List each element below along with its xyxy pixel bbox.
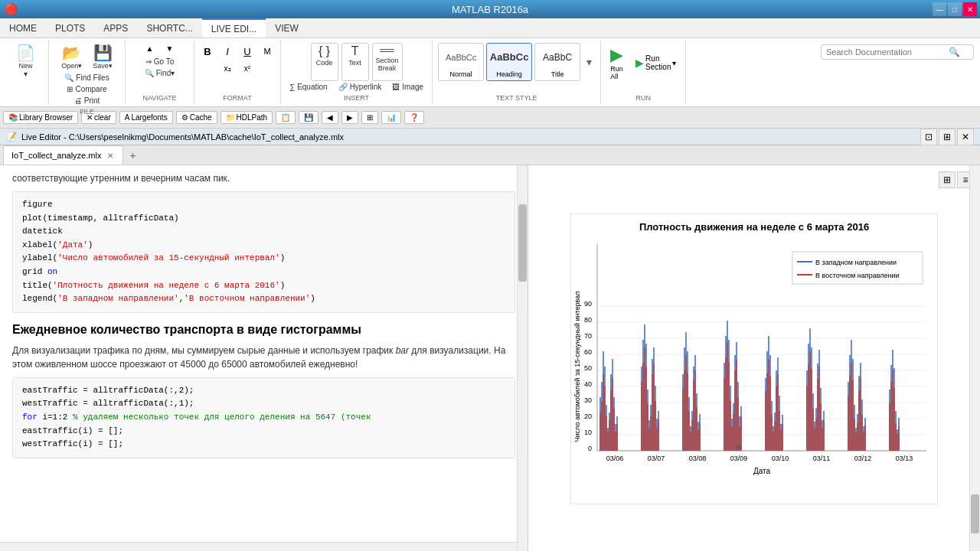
editor-scroll[interactable]: соответствующие утренним и вечерним часа…	[0, 165, 528, 551]
subscript-button[interactable]: x₂	[219, 60, 236, 77]
svg-text:03/12: 03/12	[854, 455, 872, 462]
extra-btn-2[interactable]: 💾	[299, 111, 318, 124]
close-button[interactable]: ✕	[963, 2, 977, 16]
close-pane-button[interactable]: ✕	[957, 129, 974, 145]
svg-text:50: 50	[584, 364, 592, 372]
tile-button[interactable]: ⊞	[939, 129, 956, 145]
svg-point-221	[737, 445, 741, 449]
insert-bottom: ∑ Equation 🔗 Hyperlink 🖼 Image	[286, 81, 427, 93]
menu-view[interactable]: VIEW	[266, 18, 308, 37]
code-line-8: legend('В западном направлении','В восто…	[22, 292, 505, 306]
section-break-icon: ══	[380, 45, 394, 55]
ribbon-group-insert: { } Code T Text ══ SectionBreak ∑ Equati…	[281, 40, 433, 105]
svg-rect-148	[766, 373, 768, 451]
underline-button[interactable]: U	[239, 43, 256, 60]
menu-shortcuts[interactable]: SHORTC...	[137, 18, 201, 37]
extra-btn-4[interactable]: ▶	[341, 111, 358, 124]
code-block-2[interactable]: eastTraffic = alltrafficData(:,2); westT…	[12, 377, 515, 458]
goto-button[interactable]: ⇒ Go To	[142, 56, 178, 67]
lib-browser-button[interactable]: 📚 Library Browser	[3, 111, 78, 124]
clear-label: clear	[94, 113, 111, 122]
svg-rect-105	[691, 420, 693, 451]
largefonts-button[interactable]: A Largefonts	[119, 111, 173, 124]
svg-text:0: 0	[588, 445, 592, 452]
save-button[interactable]: 💾 Save▾	[89, 43, 116, 72]
ribbon-group-text-style: AaBbCc Normal AaBbCc Heading AaBbC Title…	[433, 40, 601, 105]
minimize-button[interactable]: —	[933, 2, 946, 16]
svg-rect-75	[641, 382, 642, 451]
code-button[interactable]: { } Code	[311, 43, 338, 81]
add-tab-button[interactable]: +	[123, 148, 142, 163]
extra-btn-5[interactable]: ⊞	[361, 111, 378, 124]
compare-icon: ⊞	[67, 85, 73, 93]
section-break-button[interactable]: ══ SectionBreak	[372, 43, 403, 81]
italic-button[interactable]: I	[219, 43, 236, 60]
svg-rect-147	[765, 391, 766, 451]
svg-rect-202	[858, 391, 860, 451]
strikethrough-button[interactable]: M	[259, 43, 276, 60]
svg-rect-106	[693, 380, 694, 451]
hdlpath-label: HDLPath	[237, 113, 268, 122]
svg-rect-153	[774, 422, 776, 451]
ribbon-group-new: 📄 New ▾	[3, 40, 49, 105]
more-styles-button[interactable]: ▾	[583, 43, 595, 81]
navigate-top: ▲ ▼	[142, 43, 178, 54]
equation-button[interactable]: ∑ Equation	[286, 81, 332, 93]
svg-rect-178	[817, 379, 818, 451]
menu-plots[interactable]: PLOTS	[46, 18, 94, 37]
maximize-button[interactable]: □	[948, 2, 962, 16]
chart-scrollbar-v[interactable]	[969, 165, 980, 551]
file-tab[interactable]: IoT_collect_analyze.mlx ✕	[3, 145, 123, 165]
superscript-button[interactable]: x²	[239, 60, 256, 77]
svg-rect-57	[609, 420, 610, 451]
vertical-scrollbar[interactable]	[517, 165, 528, 551]
menu-live-editor[interactable]: LIVE EDI...	[202, 18, 266, 37]
style-normal-button[interactable]: AaBbCc Normal	[438, 43, 484, 81]
search-input[interactable]	[826, 47, 949, 57]
horizontal-scrollbar[interactable]	[0, 542, 517, 551]
style-heading-button[interactable]: AaBbCc Heading	[486, 43, 532, 81]
heading-preview: AaBbCc	[490, 44, 529, 70]
cache-button[interactable]: ⚙ Cache	[176, 111, 217, 124]
nav-up-button[interactable]: ▲	[142, 43, 158, 54]
code-line-2: plot(timestamp, alltrafficData)	[22, 212, 505, 226]
chart-grid-view-button[interactable]: ⊞	[939, 171, 956, 188]
code2-line-4: eastTraffic(i) = [];	[22, 425, 505, 439]
run-section-button[interactable]: ▶ RunSection ▾	[631, 52, 681, 73]
find-files-button[interactable]: 🔍 Find Files	[60, 72, 113, 83]
extra-btn-6[interactable]: 📊	[381, 111, 401, 124]
nav-down-button[interactable]: ▼	[162, 43, 178, 54]
extra-btn-7[interactable]: ❓	[404, 111, 424, 124]
run-all-button[interactable]: ▶ RunAll	[606, 43, 628, 83]
menu-apps[interactable]: APPS	[94, 18, 137, 37]
tab-close-button[interactable]: ✕	[106, 151, 115, 161]
extra-btn-3[interactable]: ◀	[322, 111, 338, 124]
print-button[interactable]: 🖨 Print	[70, 95, 104, 106]
compare-button[interactable]: ⊞ Compare	[63, 83, 110, 95]
text-style-options: AaBbCc Normal AaBbCc Heading AaBbC Title…	[438, 43, 595, 81]
text-insert-button[interactable]: T Text	[341, 43, 369, 81]
code-line-3: datetick	[22, 225, 505, 239]
file-group-label: FILE	[80, 106, 94, 116]
bold-button[interactable]: B	[199, 43, 216, 60]
file-top-row: 📂 Open▾ 💾 Save▾	[57, 43, 116, 72]
svg-rect-132	[737, 397, 739, 451]
svg-rect-154	[776, 386, 777, 451]
extra-btn-1[interactable]: 📋	[276, 111, 296, 124]
new-arrow: ▾	[24, 70, 28, 78]
section-heading: Ежедневное количество транспорта в виде …	[12, 321, 515, 339]
code2-line-5: westTraffic(i) = [];	[22, 438, 505, 452]
style-title-button[interactable]: AaBbC Title	[534, 43, 580, 81]
find-button[interactable]: 🔍 Find▾	[141, 67, 178, 79]
new-button[interactable]: 📄 New ▾	[12, 43, 40, 80]
search-documentation[interactable]: 🔍	[821, 44, 974, 60]
hyperlink-button[interactable]: 🔗 Hyperlink	[335, 81, 386, 93]
hdlpath-button[interactable]: 📁 HDLPath	[220, 111, 273, 124]
open-button[interactable]: 📂 Open▾	[57, 43, 86, 72]
undock-button[interactable]: ⊡	[920, 129, 937, 145]
menu-home[interactable]: HOME	[0, 18, 46, 37]
svg-rect-99	[682, 388, 684, 451]
image-button[interactable]: 🖼 Image	[388, 81, 427, 93]
svg-rect-61	[615, 432, 616, 451]
code-block-1[interactable]: figure plot(timestamp, alltrafficData) d…	[12, 191, 515, 313]
